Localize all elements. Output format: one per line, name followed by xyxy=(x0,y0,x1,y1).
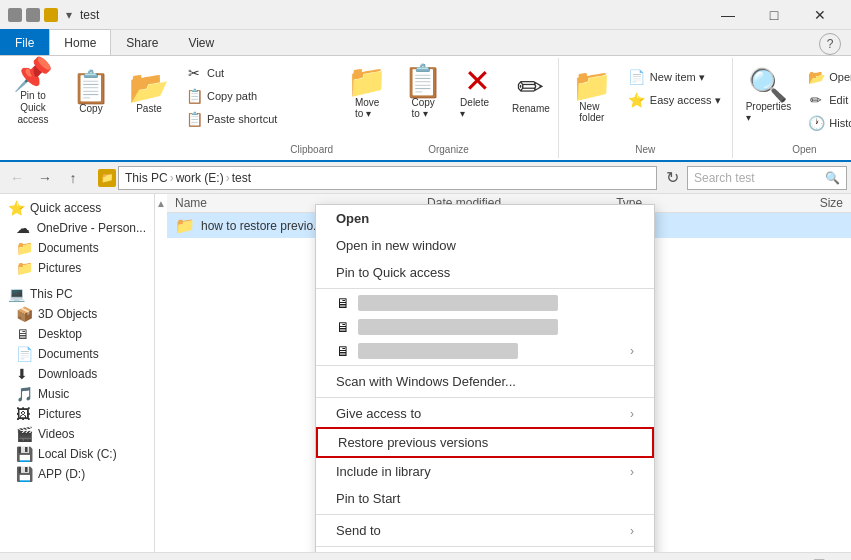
sidebar-item-videos[interactable]: 🎬 Videos xyxy=(0,424,154,444)
breadcrumb-folder-icon: 📁 xyxy=(98,169,116,187)
list-view-icon[interactable]: ☰ xyxy=(813,557,826,561)
ctx-pin-quick[interactable]: Pin to Quick access xyxy=(316,259,654,286)
open-button[interactable]: 📂 Open ▾ xyxy=(800,66,851,88)
sidebar-item-music[interactable]: 🎵 Music xyxy=(0,384,154,404)
documents-icon1: 📁 xyxy=(16,240,32,256)
ctx-blurred-bar1 xyxy=(358,295,558,311)
collapse-handle[interactable]: ▲ xyxy=(155,194,167,552)
breadcrumb-test: test xyxy=(232,171,251,185)
sidebar-item-quickaccess[interactable]: ⭐ Quick access xyxy=(0,198,154,218)
sidebar-item-downloads[interactable]: ⬇ Downloads xyxy=(0,364,154,384)
ctx-scan-label: Scan with Windows Defender... xyxy=(336,374,516,389)
ctx-sep5 xyxy=(316,546,654,547)
help-button[interactable]: ? xyxy=(819,33,841,55)
view-controls[interactable]: ☰ ▦ xyxy=(813,557,843,561)
videos-label: Videos xyxy=(38,427,74,441)
ctx-pin-start-label: Pin to Start xyxy=(336,491,400,506)
paste-shortcut-icon: 📋 xyxy=(185,111,203,127)
paste-shortcut-button[interactable]: 📋 Paste shortcut xyxy=(178,108,284,130)
tab-view[interactable]: View xyxy=(173,29,229,55)
up-button[interactable]: ↑ xyxy=(60,165,86,191)
title-bar-controls[interactable]: — □ ✕ xyxy=(705,0,843,30)
sidebar-item-pictures2[interactable]: 🖼 Pictures xyxy=(0,404,154,424)
music-label: Music xyxy=(38,387,69,401)
search-bar[interactable]: Search test 🔍 xyxy=(687,166,847,190)
ctx-open[interactable]: Open xyxy=(316,205,654,232)
quickaccess-label: Quick access xyxy=(30,201,101,215)
ctx-pin-start[interactable]: Pin to Start xyxy=(316,485,654,512)
new-folder-button[interactable]: 📁 Newfolder xyxy=(563,62,621,130)
easy-access-button[interactable]: ⭐ Easy access ▾ xyxy=(621,89,728,111)
tab-home[interactable]: Home xyxy=(49,29,111,55)
sidebar-item-thispc[interactable]: 💻 This PC xyxy=(0,284,154,304)
paste-label: Paste xyxy=(136,103,162,114)
ctx-scan[interactable]: Scan with Windows Defender... xyxy=(316,368,654,395)
ctx-cut[interactable]: Cut xyxy=(316,549,654,552)
tab-share[interactable]: Share xyxy=(111,29,173,55)
copy-button[interactable]: 📋 Copy xyxy=(62,58,120,126)
sidebar-item-onedrive[interactable]: ☁ OneDrive - Person... xyxy=(0,218,154,238)
sidebar: ⭐ Quick access ☁ OneDrive - Person... 📁 … xyxy=(0,194,155,552)
paste-button[interactable]: 📂 Paste xyxy=(120,58,178,126)
address-bar[interactable]: This PC › work (E:) › test xyxy=(118,166,657,190)
sidebar-item-documents2[interactable]: 📄 Documents xyxy=(0,344,154,364)
delete-icon: ✕ xyxy=(464,65,491,97)
ctx-give-access[interactable]: Give access to › xyxy=(316,400,654,427)
thispc-icon: 💻 xyxy=(8,286,24,302)
new-item-label: New item ▾ xyxy=(650,71,705,84)
ctx-blurred-arrow: › xyxy=(630,344,634,358)
detail-view-icon[interactable]: ▦ xyxy=(830,557,843,561)
ctx-give-access-label: Give access to xyxy=(336,406,421,421)
ctx-open-new-label: Open in new window xyxy=(336,238,456,253)
copy-to-icon: 📋 xyxy=(403,65,443,97)
sidebar-item-localdisk[interactable]: 💾 Local Disk (C:) xyxy=(0,444,154,464)
refresh-button[interactable]: ↻ xyxy=(659,165,685,191)
rename-button[interactable]: ✏ Rename xyxy=(504,58,558,126)
desktop-icon: 🖥 xyxy=(16,326,32,342)
ctx-open-new-window[interactable]: Open in new window xyxy=(316,232,654,259)
rename-icon: ✏ xyxy=(517,71,544,103)
properties-button[interactable]: 🔍 Properties ▾ xyxy=(737,62,801,130)
3dobjects-label: 3D Objects xyxy=(38,307,97,321)
tab-file[interactable]: File xyxy=(0,29,49,55)
cut-button[interactable]: ✂ Cut xyxy=(178,62,284,84)
3dobjects-icon: 📦 xyxy=(16,306,32,322)
history-label: History xyxy=(829,117,851,129)
edit-button[interactable]: ✏ Edit xyxy=(800,89,851,111)
pin-quick-access-button[interactable]: 📌 Pin to Quickaccess xyxy=(4,58,62,126)
move-to-button[interactable]: 📁 Moveto ▾ xyxy=(339,58,395,126)
ctx-send-to-label: Send to xyxy=(336,523,381,538)
new-folder-label: Newfolder xyxy=(579,101,604,123)
easy-access-icon: ⭐ xyxy=(628,92,646,108)
back-button[interactable]: ← xyxy=(4,165,30,191)
sidebar-item-desktop[interactable]: 🖥 Desktop xyxy=(0,324,154,344)
properties-icon: 🔍 xyxy=(748,69,788,101)
copy-path-button[interactable]: 📋 Copy path xyxy=(178,85,284,107)
main-area: ⭐ Quick access ☁ OneDrive - Person... 📁 … xyxy=(0,194,851,552)
open-label: Open xyxy=(733,142,851,158)
copy-to-button[interactable]: 📋 Copyto ▾ xyxy=(395,58,451,126)
col-size-header[interactable]: Size xyxy=(742,196,843,210)
clipboard-small-buttons: ✂ Cut 📋 Copy path 📋 Paste shortcut xyxy=(178,58,284,158)
new-item-button[interactable]: 📄 New item ▾ xyxy=(621,66,728,88)
forward-button[interactable]: → xyxy=(32,165,58,191)
copy-label: Copy xyxy=(79,103,102,114)
maximize-button[interactable]: □ xyxy=(751,0,797,30)
desktop-label: Desktop xyxy=(38,327,82,341)
sidebar-item-documents1[interactable]: 📁 Documents xyxy=(0,238,154,258)
delete-button[interactable]: ✕ Delete ▾ xyxy=(451,58,504,126)
ctx-include-library[interactable]: Include in library › xyxy=(316,458,654,485)
onedrive-label: OneDrive - Person... xyxy=(37,221,146,235)
sidebar-item-app[interactable]: 💾 APP (D:) xyxy=(0,464,154,484)
ctx-send-to[interactable]: Send to › xyxy=(316,517,654,544)
close-button[interactable]: ✕ xyxy=(797,0,843,30)
search-icon: 🔍 xyxy=(825,171,840,185)
minimize-button[interactable]: — xyxy=(705,0,751,30)
sidebar-item-3dobjects[interactable]: 📦 3D Objects xyxy=(0,304,154,324)
search-placeholder: Search test xyxy=(694,171,755,185)
history-button[interactable]: 🕐 History xyxy=(800,112,851,134)
downloads-label: Downloads xyxy=(38,367,97,381)
sidebar-item-pictures1[interactable]: 📁 Pictures xyxy=(0,258,154,278)
ctx-restore-versions[interactable]: Restore previous versions xyxy=(316,427,654,458)
sep2: › xyxy=(226,171,230,185)
